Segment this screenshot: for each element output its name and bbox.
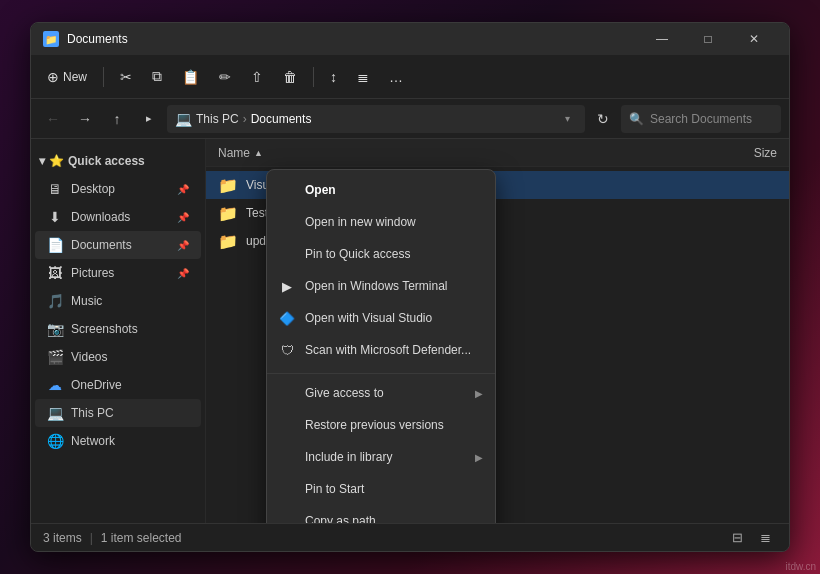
pictures-icon: 🖼: [47, 265, 63, 281]
main-content: ▾ ⭐ Quick access 🖥 Desktop 📌 ⬇ Downloads…: [31, 139, 789, 523]
ctx-give-access-label: Give access to: [305, 386, 384, 400]
ctx-open-new-window-label: Open in new window: [305, 215, 416, 229]
onedrive-icon: ☁: [47, 377, 63, 393]
sidebar-item-network[interactable]: 🌐 Network: [35, 427, 201, 455]
item-count: 3 items: [43, 531, 82, 545]
explorer-window: 📁 Documents — □ ✕ ⊕ New ✂ ⧉ 📋 ✏ ⇧ 🗑 ↕ ≣ …: [30, 22, 790, 552]
music-label: Music: [71, 294, 102, 308]
sidebar-item-downloads[interactable]: ⬇ Downloads 📌: [35, 203, 201, 231]
paste-button[interactable]: 📋: [174, 61, 207, 93]
path-dropdown-icon[interactable]: ▾: [557, 105, 577, 133]
view-button[interactable]: ≣: [349, 61, 377, 93]
addressbar: ← → ↑ ▸ 💻 This PC › Documents ▾ ↻ 🔍 Sear…: [31, 99, 789, 139]
ctx-open-new-window[interactable]: Open in new window: [267, 206, 495, 238]
search-box[interactable]: 🔍 Search Documents: [621, 105, 781, 133]
sidebar-item-this-pc[interactable]: 💻 This PC: [35, 399, 201, 427]
ctx-open-new-window-icon: [279, 214, 295, 230]
toolbar: ⊕ New ✂ ⧉ 📋 ✏ ⇧ 🗑 ↕ ≣ …: [31, 55, 789, 99]
selected-count: 1 item selected: [101, 531, 182, 545]
ctx-scan-defender[interactable]: 🛡 Scan with Microsoft Defender...: [267, 334, 495, 366]
downloads-pin: 📌: [177, 212, 189, 223]
downloads-label: Downloads: [71, 210, 130, 224]
sidebar-item-documents[interactable]: 📄 Documents 📌: [35, 231, 201, 259]
sort-icon: ↕: [330, 69, 337, 85]
ctx-terminal-label: Open in Windows Terminal: [305, 279, 448, 293]
sidebar-item-desktop[interactable]: 🖥 Desktop 📌: [35, 175, 201, 203]
new-icon: ⊕: [47, 69, 59, 85]
network-icon: 🌐: [47, 433, 63, 449]
ctx-copy-path-icon: [279, 513, 295, 523]
ctx-open[interactable]: Open: [267, 174, 495, 206]
sidebar-item-onedrive[interactable]: ☁ OneDrive: [35, 371, 201, 399]
new-label: New: [63, 70, 87, 84]
context-menu: Open Open in new window Pin to Quick acc…: [266, 169, 496, 523]
delete-button[interactable]: 🗑: [275, 61, 305, 93]
watermark: itdw.cn: [785, 561, 816, 572]
statusbar: 3 items | 1 item selected ⊟ ≣: [31, 523, 789, 551]
desktop-label: Desktop: [71, 182, 115, 196]
copy-toolbar-button[interactable]: ⧉: [144, 61, 170, 93]
sidebar-item-videos[interactable]: 🎬 Videos: [35, 343, 201, 371]
toolbar-separator-2: [313, 67, 314, 87]
cut-icon: ✂: [120, 69, 132, 85]
ctx-sep-1: [267, 373, 495, 374]
path-pc-icon: 💻: [175, 111, 192, 127]
sidebar-quick-access-header[interactable]: ▾ ⭐ Quick access: [31, 147, 205, 175]
minimize-button[interactable]: —: [639, 23, 685, 55]
ctx-include-library[interactable]: Include in library ▶: [267, 441, 495, 473]
ctx-top-group: Open Open in new window Pin to Quick acc…: [267, 170, 495, 370]
ctx-give-access-icon: [279, 385, 295, 401]
maximize-button[interactable]: □: [685, 23, 731, 55]
rename-icon: ✏: [219, 69, 231, 85]
new-button[interactable]: ⊕ New: [39, 61, 95, 93]
ctx-copy-path[interactable]: Copy as path: [267, 505, 495, 523]
screenshots-icon: 📷: [47, 321, 63, 337]
ctx-pin-quick-access[interactable]: Pin to Quick access: [267, 238, 495, 270]
path-separator-1: ›: [243, 112, 247, 126]
desktop-icon: 🖥: [47, 181, 63, 197]
share-button[interactable]: ⇧: [243, 61, 271, 93]
up-button[interactable]: ↑: [103, 105, 131, 133]
ctx-restore-versions[interactable]: Restore previous versions: [267, 409, 495, 441]
ctx-open-icon: [279, 182, 295, 198]
window-icon-glyph: 📁: [45, 34, 57, 45]
close-button[interactable]: ✕: [731, 23, 777, 55]
back-button[interactable]: ←: [39, 105, 67, 133]
path-this-pc: This PC: [196, 112, 239, 126]
sidebar-item-pictures[interactable]: 🖼 Pictures 📌: [35, 259, 201, 287]
sidebar-item-music[interactable]: 🎵 Music: [35, 287, 201, 315]
more-button[interactable]: …: [381, 61, 411, 93]
forward-button[interactable]: →: [71, 105, 99, 133]
quick-access-icon: ⭐: [49, 154, 64, 168]
copy-icon: ⧉: [152, 68, 162, 85]
ctx-pin-label: Pin to Quick access: [305, 247, 410, 261]
expand-button[interactable]: ▸: [135, 105, 163, 133]
videos-icon: 🎬: [47, 349, 63, 365]
file-area: Name ▲ Size 📁 Visual Studio 2019 📁 Test: [206, 139, 789, 523]
ctx-terminal-icon: ▶: [279, 278, 295, 294]
downloads-icon: ⬇: [47, 209, 63, 225]
desktop-pin: 📌: [177, 184, 189, 195]
ctx-pin-icon: [279, 246, 295, 262]
rename-button[interactable]: ✏: [211, 61, 239, 93]
sort-button[interactable]: ↕: [322, 61, 345, 93]
sidebar: ▾ ⭐ Quick access 🖥 Desktop 📌 ⬇ Downloads…: [31, 139, 206, 523]
address-path[interactable]: 💻 This PC › Documents ▾: [167, 105, 585, 133]
onedrive-label: OneDrive: [71, 378, 122, 392]
ctx-pin-start[interactable]: Pin to Start: [267, 473, 495, 505]
ctx-open-label: Open: [305, 183, 336, 197]
list-view-button[interactable]: ≣: [753, 528, 777, 548]
window-icon: 📁: [43, 31, 59, 47]
titlebar-controls: — □ ✕: [639, 23, 777, 55]
refresh-button[interactable]: ↻: [589, 105, 617, 133]
ctx-open-terminal[interactable]: ▶ Open in Windows Terminal: [267, 270, 495, 302]
statusbar-right: ⊟ ≣: [725, 528, 777, 548]
this-pc-label: This PC: [71, 406, 114, 420]
ctx-restore-icon: [279, 417, 295, 433]
grid-view-button[interactable]: ⊟: [725, 528, 749, 548]
sidebar-item-screenshots[interactable]: 📷 Screenshots: [35, 315, 201, 343]
cut-button[interactable]: ✂: [112, 61, 140, 93]
ctx-give-access[interactable]: Give access to ▶: [267, 377, 495, 409]
ctx-pin-start-label: Pin to Start: [305, 482, 364, 496]
ctx-open-vs[interactable]: 🔷 Open with Visual Studio: [267, 302, 495, 334]
